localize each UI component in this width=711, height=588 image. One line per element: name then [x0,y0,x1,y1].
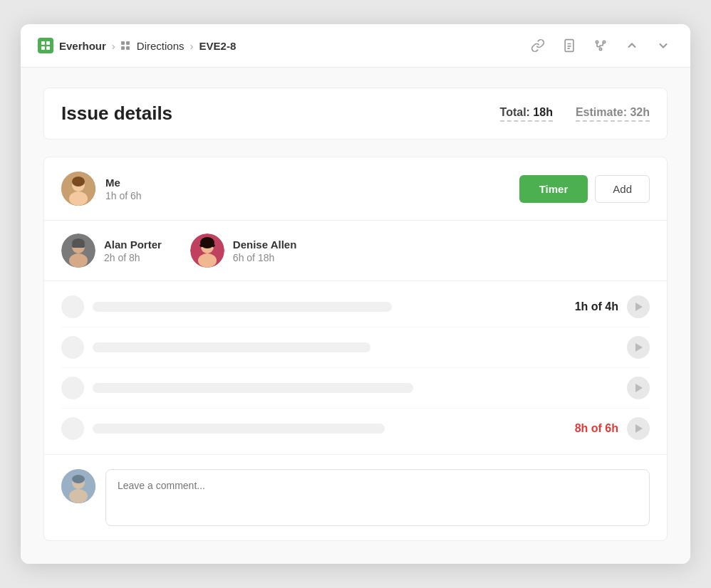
svg-rect-2 [41,46,45,50]
svg-rect-0 [41,41,45,45]
breadcrumb-sep1: › [112,40,115,52]
svg-point-31 [72,475,85,483]
fork-icon[interactable] [591,36,611,56]
svg-point-10 [599,48,601,50]
skeleton-circle-4 [61,417,84,440]
add-button[interactable]: Add [595,175,650,203]
alan-name: Alan Porter [104,238,162,251]
total-label: Total: [500,106,530,118]
timer-button[interactable]: Timer [519,175,588,203]
breadcrumb-sep2: › [190,40,194,52]
skeleton-circle-1 [61,295,84,318]
play-button-2[interactable] [627,336,650,359]
denise-name: Denise Allen [233,238,296,251]
breadcrumb-project[interactable]: Directions [137,40,185,52]
time-label-1: 1h of 4h [575,300,618,313]
me-name: Me [105,177,142,189]
me-avatar-img [61,172,95,206]
denise-avatar-img [190,233,224,268]
denise-text: Denise Allen 6h of 18h [233,238,296,263]
svg-marker-25 [635,343,643,352]
estimate-value: 32h [630,106,650,118]
grid-icon [121,41,131,50]
loading-rows: 1h of 4h [44,281,667,454]
play-button-1[interactable] [627,295,650,318]
issue-stats: Total: 18h Estimate: 32h [500,106,650,122]
total-value: 18h [533,106,553,118]
svg-marker-26 [635,384,643,392]
skeleton-bar-2 [93,342,370,352]
header: Everhour › Directions › EVE2-8 [21,24,690,68]
me-actions: Timer Add [519,175,650,203]
main-window: Everhour › Directions › EVE2-8 [21,24,690,564]
skeleton-circle-2 [61,336,84,359]
comment-avatar [61,469,95,503]
main-content: Issue details Total: 18h Estimate: 32h [21,68,690,564]
estimate-label: Estimate: [576,106,627,118]
me-text: Me 1h of 6h [105,177,142,201]
everhour-logo[interactable] [38,38,53,53]
loading-right-2 [627,336,650,359]
svg-marker-24 [635,303,643,311]
loading-left-4 [61,417,385,440]
me-avatar [61,172,95,206]
me-row: Me 1h of 6h Timer Add [44,157,667,221]
comment-area [44,454,667,540]
alan-avatar [61,233,95,268]
loading-row-2 [61,327,650,368]
alan-hours: 2h of 8h [104,252,162,263]
stat-estimate: Estimate: 32h [576,106,650,122]
svg-rect-3 [46,46,50,50]
alan-member: Alan Porter 2h of 8h [61,233,162,268]
breadcrumb: Everhour › Directions › EVE2-8 [38,38,236,53]
header-actions [528,36,673,56]
loading-right-3 [627,377,650,399]
svg-point-30 [69,489,88,503]
skeleton-bar-1 [93,302,392,312]
chevron-down-icon[interactable] [653,36,673,56]
loading-left-2 [61,336,370,359]
breadcrumb-logo-label: Everhour [59,40,106,52]
svg-point-17 [69,253,88,268]
denise-hours: 6h of 18h [233,252,296,263]
alan-avatar-img [61,233,95,268]
denise-member: Denise Allen 6h of 18h [190,233,296,268]
loading-left-3 [61,377,413,399]
issue-header-card: Issue details Total: 18h Estimate: 32h [43,88,668,140]
skeleton-bar-4 [93,424,385,434]
loading-row-4: 8h of 6h [61,409,650,448]
svg-marker-27 [635,424,643,433]
loading-left-1 [61,295,392,318]
loading-row-3 [61,368,650,409]
denise-avatar [190,233,224,268]
svg-point-22 [198,253,217,268]
skeleton-circle-3 [61,377,84,399]
me-user-info: Me 1h of 6h [61,172,142,206]
link-icon[interactable] [528,36,548,56]
cards-container: Me 1h of 6h Timer Add [43,157,668,541]
me-hours: 1h of 6h [105,190,142,201]
svg-point-13 [69,191,88,206]
breadcrumb-issue: EVE2-8 [199,40,237,52]
stat-total: Total: 18h [500,106,553,122]
svg-rect-1 [46,41,50,45]
svg-point-14 [72,177,85,187]
skeleton-bar-3 [93,383,413,393]
play-button-4[interactable] [627,417,650,440]
time-label-4-red: 8h of 6h [575,422,618,435]
svg-rect-19 [72,243,85,248]
export-icon[interactable] [559,36,579,56]
team-row: Alan Porter 2h of 8h [44,221,667,281]
loading-right-1: 1h of 4h [575,295,650,318]
alan-text: Alan Porter 2h of 8h [104,238,162,263]
svg-point-8 [596,41,598,43]
issue-title: Issue details [61,103,172,125]
play-button-3[interactable] [627,377,650,399]
loading-row-1: 1h of 4h [61,287,650,327]
loading-right-4: 8h of 6h [575,417,650,440]
comment-input[interactable] [105,469,650,526]
chevron-up-icon[interactable] [622,36,642,56]
